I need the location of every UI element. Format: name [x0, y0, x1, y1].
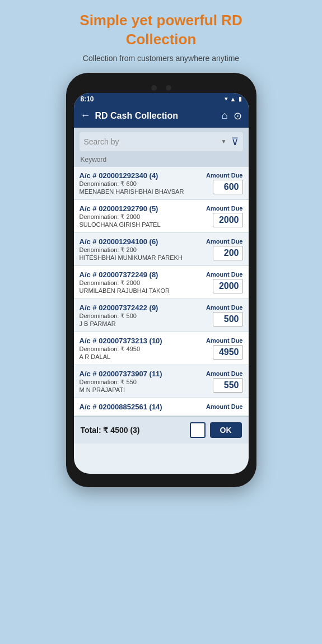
- item-right-3: Amount Due 2000: [206, 271, 242, 293]
- item-left-0: A/c # 020001292340 (4) Denomination: ₹ 6…: [80, 171, 207, 195]
- item-denomination-2: Denomination: ₹ 200: [80, 246, 207, 254]
- amount-box-0[interactable]: 600: [213, 180, 243, 194]
- home-icon[interactable]: ⌂: [222, 110, 228, 122]
- item-right-2: Amount Due 200: [206, 238, 242, 260]
- amount-box-3[interactable]: 2000: [213, 279, 243, 293]
- amount-box-2[interactable]: 200: [213, 246, 243, 260]
- page-subtitle: Collection from customers anywhere anyti…: [83, 54, 239, 63]
- item-denomination-4: Denomination: ₹ 500: [80, 312, 207, 320]
- list-item: A/c # 020001294100 (6) Denomination: ₹ 2…: [74, 233, 249, 266]
- item-left-3: A/c # 020007372249 (8) Denomination: ₹ 2…: [80, 270, 207, 294]
- amount-due-label-4: Amount Due: [206, 304, 242, 311]
- item-account-7: A/c # 020008852561 (14): [80, 403, 207, 411]
- footer-right: OK: [190, 422, 242, 438]
- item-right-4: Amount Due 500: [206, 304, 242, 326]
- camera-right: [166, 85, 171, 91]
- amount-box-1[interactable]: 2000: [213, 213, 243, 227]
- item-right-5: Amount Due 4950: [206, 337, 242, 360]
- amount-due-label-5: Amount Due: [206, 337, 242, 344]
- page-heading: Simple yet powerful RD Collection: [68, 11, 253, 49]
- item-name-3: URMILABEN RAJUBHAI TAKOR: [80, 287, 207, 294]
- item-denomination-0: Denomination: ₹ 600: [80, 180, 207, 188]
- item-right-1: Amount Due 2000: [206, 205, 242, 227]
- amount-due-label-0: Amount Due: [206, 172, 242, 179]
- amount-box-6[interactable]: 550: [213, 378, 243, 393]
- item-account-1: A/c # 020001292790 (5): [80, 204, 207, 213]
- ok-button[interactable]: OK: [210, 422, 242, 438]
- keyword-label: Keyword: [80, 153, 243, 167]
- dropdown-icon[interactable]: ▼: [221, 138, 227, 144]
- header-right: ⌂ ⊙: [222, 110, 242, 122]
- search-by-text[interactable]: Search by: [84, 137, 221, 146]
- amount-due-label-7: Amount Due: [206, 403, 242, 410]
- item-right-0: Amount Due 600: [206, 172, 242, 194]
- item-left-5: A/c # 020007373213 (10) Denomination: ₹ …: [80, 337, 207, 360]
- title-text-orange: Collection: [126, 31, 197, 48]
- header-left: ← RD Cash Collection: [81, 110, 178, 122]
- list-item: A/c # 020007373213 (10) Denomination: ₹ …: [74, 332, 249, 365]
- item-left-4: A/c # 020007372422 (9) Denomination: ₹ 5…: [80, 304, 207, 327]
- item-name-0: MEENABEN HARISHBHAI BHAVSAR: [80, 188, 207, 195]
- list-item: A/c # 020008852561 (14) Amount Due: [74, 398, 249, 416]
- phone-frame: 8:10 ▾ ▲ ▮ ← RD Cash Collection ⌂ ⊙ Sear…: [66, 73, 256, 487]
- item-left-6: A/c # 020007373907 (11) Denomination: ₹ …: [80, 370, 207, 393]
- total-label: Total: ₹ 4500 (3): [81, 426, 140, 435]
- status-icons: ▾ ▲ ▮: [225, 95, 242, 102]
- app-title: RD Cash Collection: [95, 111, 178, 121]
- list-item: A/c # 020007372422 (9) Denomination: ₹ 5…: [74, 299, 249, 332]
- item-right-6: Amount Due 550: [206, 370, 242, 393]
- back-button[interactable]: ←: [81, 110, 91, 122]
- amount-box-4[interactable]: 500: [213, 312, 243, 326]
- title-text-dark: Simple yet powerful RD: [80, 12, 242, 29]
- list-item: A/c # 020001292790 (5) Denomination: ₹ 2…: [74, 200, 249, 233]
- logout-icon[interactable]: ⊙: [234, 110, 242, 122]
- item-left-7: A/c # 020008852561 (14): [80, 403, 207, 411]
- item-account-4: A/c # 020007372422 (9): [80, 304, 207, 312]
- amount-due-label-3: Amount Due: [206, 271, 242, 278]
- list-item: A/c # 020007372249 (8) Denomination: ₹ 2…: [74, 266, 249, 299]
- phone-screen: 8:10 ▾ ▲ ▮ ← RD Cash Collection ⌂ ⊙ Sear…: [74, 93, 249, 474]
- status-time: 8:10: [81, 95, 94, 103]
- battery-icon: ▮: [239, 95, 242, 102]
- search-row: Search by ▼ ⊽: [80, 132, 243, 151]
- app-header: ← RD Cash Collection ⌂ ⊙: [74, 104, 249, 128]
- item-account-5: A/c # 020007373213 (10): [80, 337, 207, 345]
- amount-due-label-2: Amount Due: [206, 238, 242, 245]
- item-left-1: A/c # 020001292790 (5) Denomination: ₹ 2…: [80, 204, 207, 228]
- item-name-5: A R DALAL: [80, 353, 207, 360]
- item-name-2: HITESHBHAI MUNIKUMAR PAREKH: [80, 254, 207, 261]
- amount-due-label-6: Amount Due: [206, 370, 242, 377]
- item-name-6: M N PRAJAPATI: [80, 386, 207, 393]
- item-denomination-6: Denomination: ₹ 550: [80, 379, 207, 386]
- camera-left: [151, 85, 157, 91]
- filter-icon[interactable]: ⊽: [231, 136, 239, 148]
- select-checkbox[interactable]: [190, 422, 206, 438]
- amount-box-5[interactable]: 4950: [213, 345, 243, 360]
- item-denomination-3: Denomination: ₹ 2000: [80, 279, 207, 287]
- amount-due-label-1: Amount Due: [206, 205, 242, 212]
- list-item: A/c # 020007373907 (11) Denomination: ₹ …: [74, 365, 249, 398]
- item-account-2: A/c # 020001294100 (6): [80, 237, 207, 246]
- item-name-4: J B PARMAR: [80, 320, 207, 327]
- item-denomination-5: Denomination: ₹ 4950: [80, 346, 207, 353]
- list-item: A/c # 020001292340 (4) Denomination: ₹ 6…: [74, 167, 249, 200]
- camera-dots: [74, 81, 249, 93]
- accounts-list: A/c # 020001292340 (4) Denomination: ₹ 6…: [74, 167, 249, 444]
- item-name-1: SULOCHANA GIRISH PATEL: [80, 221, 207, 228]
- footer-bar: Total: ₹ 4500 (3) OK: [74, 416, 249, 444]
- item-account-6: A/c # 020007373907 (11): [80, 370, 207, 378]
- item-right-7: Amount Due: [206, 403, 242, 410]
- item-account-3: A/c # 020007372249 (8): [80, 270, 207, 279]
- signal-icon: ▲: [230, 96, 236, 102]
- item-account-0: A/c # 020001292340 (4): [80, 171, 207, 180]
- search-section: Search by ▼ ⊽ Keyword: [74, 128, 249, 167]
- item-denomination-1: Denomination: ₹ 2000: [80, 213, 207, 221]
- item-left-2: A/c # 020001294100 (6) Denomination: ₹ 2…: [80, 237, 207, 261]
- wifi-icon: ▾: [225, 95, 228, 102]
